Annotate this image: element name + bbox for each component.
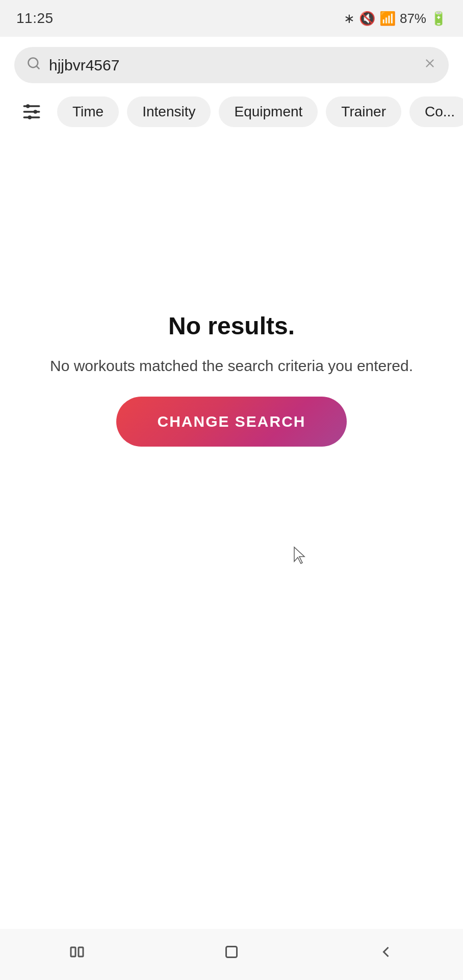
filter-chip-intensity[interactable]: Intensity [127, 96, 211, 127]
bluetooth-icon: ∗ [344, 11, 355, 27]
filter-chip-time[interactable]: Time [57, 96, 119, 127]
battery-text: 87% [400, 11, 426, 27]
search-bar-container [0, 37, 463, 90]
svg-rect-11 [79, 947, 83, 957]
filter-chip-trainer[interactable]: Trainer [326, 96, 401, 127]
change-search-button[interactable]: CHANGE SEARCH [116, 397, 346, 447]
wifi-icon: 📶 [379, 11, 396, 27]
svg-line-1 [36, 66, 39, 68]
battery-icon: 🔋 [430, 11, 447, 27]
no-results-title: No results. [168, 312, 295, 340]
back-button[interactable] [366, 937, 406, 967]
filter-chip-more[interactable]: Co... [409, 96, 463, 127]
bottom-navigation [0, 929, 463, 980]
cursor [293, 546, 307, 560]
status-bar: 11:25 ∗ 🔇 📶 87% 🔋 [0, 0, 463, 37]
recent-apps-button[interactable] [57, 937, 97, 967]
filter-chips-row: Time Intensity Equipment Trainer Co... [0, 90, 463, 138]
filters-icon-button[interactable] [14, 94, 49, 129]
search-input[interactable] [49, 57, 415, 74]
home-button[interactable] [211, 937, 252, 967]
no-results-area: No results. No workouts matched the sear… [0, 312, 463, 447]
status-icons: ∗ 🔇 📶 87% 🔋 [344, 11, 447, 27]
search-bar[interactable] [14, 47, 449, 83]
filter-chip-equipment[interactable]: Equipment [219, 96, 318, 127]
svg-point-7 [26, 104, 30, 108]
clear-search-button[interactable] [423, 57, 436, 74]
svg-point-8 [34, 110, 37, 113]
no-results-subtitle: No workouts matched the search criteria … [50, 354, 413, 377]
silent-icon: 🔇 [359, 11, 375, 27]
status-time: 11:25 [16, 10, 54, 27]
search-icon [27, 56, 41, 74]
svg-rect-10 [71, 947, 75, 957]
svg-rect-12 [226, 947, 237, 958]
svg-point-9 [28, 115, 32, 119]
